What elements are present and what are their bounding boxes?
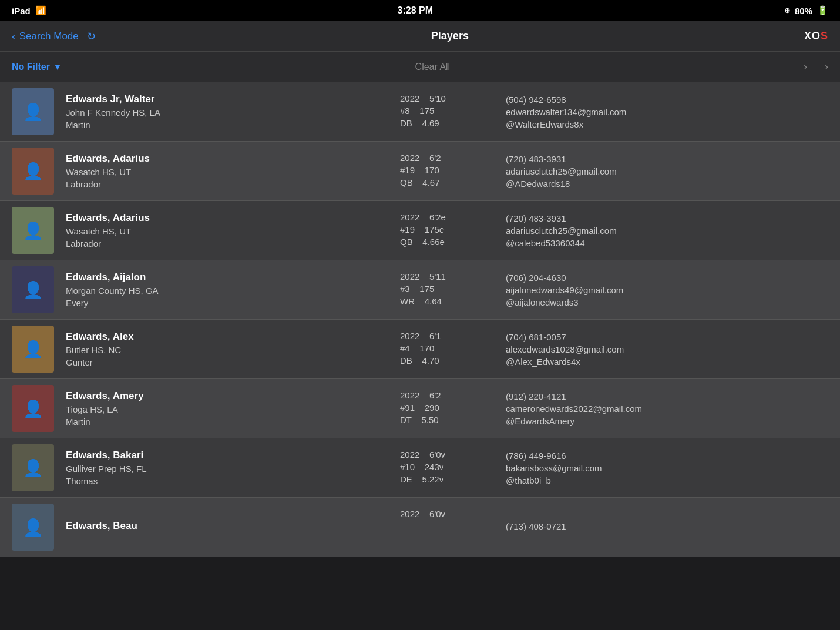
player-row[interactable]: 👤 Edwards Jr, Walter John F Kennedy HS, … [0,82,840,142]
player-weight: 170 [425,165,439,175]
player-forty: 4.64 [425,296,442,306]
contact-phone: (704) 681-0057 [506,332,828,342]
stat-year-height: 2022 5'10 [400,93,482,103]
brand-x: X [804,30,812,42]
brand-o: O [812,30,821,42]
player-contact: (786) 449-9616 bakarisboss@gmail.com @th… [482,451,828,485]
player-height: 6'2 [429,390,441,400]
contact-social: @aijalonedwards3 [506,297,828,307]
contact-email: aijalonedwards49@gmail.com [506,285,828,295]
stat-number-weight: #10 243v [400,462,482,472]
stat-position-forty: QB 4.67 [400,177,482,187]
player-school: Wasatch HS, UT [66,167,388,177]
player-height: 6'2 [429,153,441,163]
player-name: Edwards, Beau [66,520,388,532]
player-info: Edwards, Adarius Wasatch HS, UT Labrador [66,212,388,249]
avatar: 👤 [12,385,54,432]
stat-number-weight [400,521,482,531]
clear-all-button[interactable]: Clear All [62,62,804,72]
filter-label: No Filter [12,62,50,72]
battery-percent: 80% [795,6,812,16]
wifi-icon: 📶 [35,5,46,16]
filter-dropdown-button[interactable]: No Filter ▼ [12,62,62,72]
player-height: 5'11 [429,272,446,282]
player-info: Edwards, Aijalon Morgan County HS, GA Ev… [66,272,388,308]
player-weight: 170 [419,343,434,353]
player-row[interactable]: 👤 Edwards, Amery Tioga HS, LA Martin 202… [0,379,840,438]
player-contact: (504) 942-6598 edwardswalter134@gmail.co… [482,95,828,129]
contact-phone: (786) 449-9616 [506,451,828,461]
contact-phone: (720) 483-3931 [506,213,828,223]
player-scout: Gunter [66,357,388,367]
player-forty: 4.70 [422,356,439,366]
contact-email: bakarisboss@gmail.com [506,463,828,473]
player-school: Morgan County HS, GA [66,286,388,296]
status-bar: iPad 📶 3:28 PM ⊕ 80% 🔋 [0,0,840,21]
stat-year-height: 2022 6'1 [400,331,482,341]
player-year: 2022 [400,212,419,222]
player-position: DE [400,474,412,484]
avatar: 👤 [12,326,54,373]
cellular-icon: ⊕ [784,6,790,15]
contact-social: @EdwardsAmery [506,416,828,426]
player-scout: Martin [66,417,388,427]
player-year: 2022 [400,509,419,519]
status-time: 3:28 PM [398,5,433,16]
player-year: 2022 [400,331,419,341]
player-scout: Labrador [66,239,388,249]
stat-year-height: 2022 6'0v [400,450,482,460]
avatar: 👤 [12,266,54,313]
stat-number-weight: #8 175 [400,106,482,116]
player-number: #3 [400,284,410,294]
next-arrow-icon-1[interactable]: › [804,61,807,73]
contact-social: @WalterEdwards8x [506,119,828,129]
stat-number-weight: #91 290 [400,403,482,413]
player-height: 5'10 [429,93,446,103]
ipad-label: iPad [12,6,31,16]
player-number: #19 [400,165,415,175]
player-contact: (704) 681-0057 alexedwards1028@gmail.com… [482,332,828,367]
player-row[interactable]: 👤 Edwards, Aijalon Morgan County HS, GA … [0,260,840,320]
stat-year-height: 2022 6'2 [400,153,482,163]
player-row[interactable]: 👤 Edwards, Beau 2022 6'0v (713) 408-0721 [0,498,840,557]
player-school: John F Kennedy HS, LA [66,108,388,118]
player-stats: 2022 6'0v [388,509,482,546]
player-year: 2022 [400,450,419,460]
player-year: 2022 [400,272,419,282]
player-row[interactable]: 👤 Edwards, Bakari Gulliver Prep HS, FL T… [0,438,840,498]
player-position: QB [400,237,413,247]
battery-icon: 🔋 [817,5,828,16]
stat-year-height: 2022 6'2 [400,390,482,400]
stat-position-forty [400,534,482,544]
contact-phone: (706) 204-4630 [506,273,828,283]
stat-position-forty: DE 5.22v [400,474,482,484]
player-height: 6'0v [429,509,445,519]
player-forty: 5.22v [422,474,444,484]
player-row[interactable]: 👤 Edwards, Alex Butler HS, NC Gunter 202… [0,320,840,379]
player-scout: Labrador [66,179,388,189]
contact-email: alexedwards1028@gmail.com [506,344,828,354]
player-scout: Every [66,298,388,308]
stat-number-weight: #19 175e [400,224,482,234]
player-info: Edwards, Alex Butler HS, NC Gunter [66,331,388,367]
brand-logo: XOS [804,30,828,42]
player-name: Edwards, Adarius [66,212,388,224]
contact-phone: (720) 483-3931 [506,154,828,164]
player-contact: (706) 204-4630 aijalonedwards49@gmail.co… [482,273,828,307]
player-stats: 2022 6'2 #91 290 DT 5.50 [388,390,482,427]
player-name: Edwards, Aijalon [66,272,388,283]
player-row[interactable]: 👤 Edwards, Adarius Wasatch HS, UT Labrad… [0,142,840,201]
player-forty: 4.67 [422,177,439,187]
player-contact: (912) 220-4121 cameronedwards2022@gmail.… [482,391,828,426]
player-forty: 5.50 [421,415,438,425]
stat-position-forty: DB 4.69 [400,118,482,128]
player-school: Butler HS, NC [66,345,388,355]
next-arrow-icon-2[interactable]: › [825,61,828,73]
stat-position-forty: QB 4.66e [400,237,482,247]
reload-icon[interactable]: ↻ [87,30,96,43]
nav-bar: ‹ Search Mode ↻ Players XOS [0,21,840,52]
player-school: Wasatch HS, UT [66,226,388,236]
contact-email: adariusclutch25@gmail.com [506,166,828,176]
player-row[interactable]: 👤 Edwards, Adarius Wasatch HS, UT Labrad… [0,201,840,260]
nav-back[interactable]: ‹ Search Mode ↻ [12,29,96,43]
